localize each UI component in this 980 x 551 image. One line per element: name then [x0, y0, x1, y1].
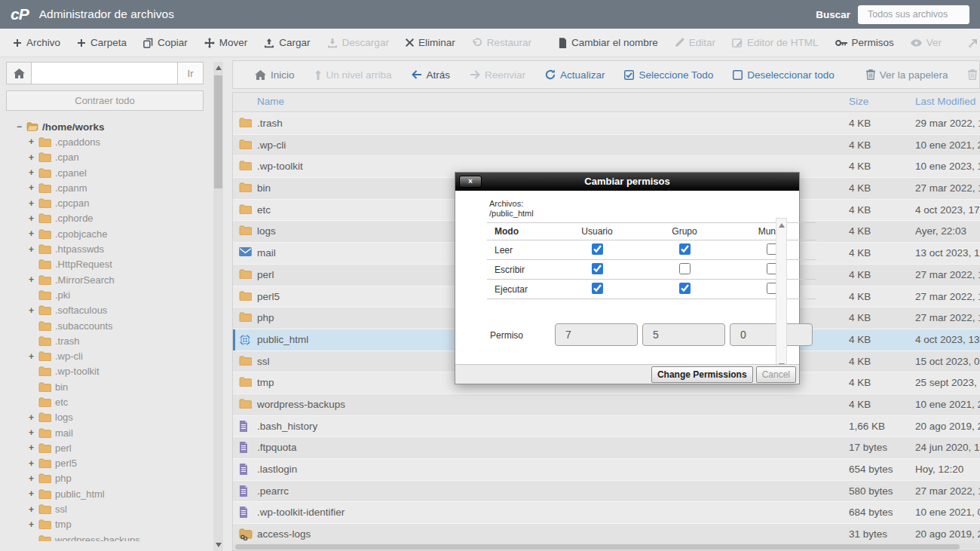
tree-expander[interactable]: −	[17, 121, 26, 132]
tree-expander[interactable]: +	[29, 152, 38, 163]
tree-expander[interactable]: +	[29, 274, 38, 285]
tree-item[interactable]: + .cpan	[6, 150, 226, 165]
tree-item[interactable]: + .cphorde	[6, 211, 226, 226]
horizontal-scrollbar-thumb[interactable]	[235, 544, 960, 549]
close-icon[interactable]: ×	[459, 176, 482, 188]
tree-expander[interactable]: +	[29, 412, 38, 423]
permission-digit-input[interactable]	[555, 323, 638, 346]
toolbar-button[interactable]: Ver	[902, 29, 950, 57]
toolbar-button[interactable]: Archivo	[5, 29, 69, 57]
tree-item[interactable]: + perl	[6, 440, 226, 455]
tree-item[interactable]: + .softaculous	[6, 303, 226, 318]
tree-expander[interactable]: +	[29, 351, 38, 362]
toolbar-button[interactable]: Eliminar	[397, 29, 464, 57]
tree-item[interactable]: .subaccounts	[6, 318, 226, 333]
tree-item[interactable]: + public_html	[6, 486, 226, 501]
column-header-last-modified[interactable]: Last Modified	[915, 96, 975, 107]
tree-item[interactable]: + mail	[6, 425, 226, 440]
tree-expander[interactable]: +	[29, 458, 38, 469]
dialog-scrollbar[interactable]	[776, 218, 787, 373]
tree-item[interactable]: + .cpaddons	[6, 134, 226, 149]
change-permissions-button[interactable]: Change Permissions	[651, 366, 753, 383]
permission-digit-input[interactable]	[730, 323, 813, 346]
nav-button[interactable]: Actualizar	[535, 61, 614, 88]
toolbar-button[interactable]: Editar	[666, 29, 724, 57]
group-permission-checkbox[interactable]	[679, 263, 691, 274]
tree-expander[interactable]: +	[29, 519, 38, 530]
tree-item[interactable]: + perl5	[6, 456, 226, 471]
table-row[interactable]: .lastlogin 654 bytes Hoy, 12:20	[233, 458, 980, 480]
toolbar-button[interactable]: Mover	[196, 29, 256, 57]
toolbar-button[interactable]: Extraer	[960, 29, 980, 57]
horizontal-scrollbar[interactable]	[233, 543, 980, 550]
table-row[interactable]: .bash_history 1,66 KB 20 ago 2019, 2	[233, 415, 980, 437]
tree-expander[interactable]: +	[29, 504, 38, 515]
user-permission-checkbox[interactable]	[592, 263, 603, 274]
table-row[interactable]: .trash 4 KB 29 mar 2022, 1	[233, 112, 980, 134]
toolbar-button[interactable]: Cambiar el nombre	[550, 29, 666, 57]
tree-item[interactable]: + php	[6, 471, 226, 486]
table-row[interactable]: wordpress-backups 4 KB 10 ene 2021, 2	[233, 393, 980, 415]
nav-button[interactable]: Un nivel arriba	[305, 61, 402, 88]
tree-expander[interactable]: +	[29, 228, 38, 239]
scroll-up-arrow[interactable]	[216, 66, 222, 70]
tree-expander[interactable]: +	[29, 182, 38, 193]
column-header-name[interactable]: Name	[257, 96, 284, 107]
table-row[interactable]: .ftpquota 17 bytes 24 jun 2020, 1	[233, 436, 980, 458]
tree-expander[interactable]: +	[29, 488, 38, 499]
nav-button[interactable]: Deseleccionar todo	[723, 61, 844, 88]
column-header-size[interactable]: Size	[849, 96, 868, 107]
tree-item[interactable]: + tmp	[6, 517, 226, 532]
scroll-up-arrow[interactable]	[779, 223, 785, 228]
tree-expander[interactable]: +	[29, 427, 38, 438]
tree-item[interactable]: + ssl	[6, 501, 226, 516]
home-button[interactable]	[6, 62, 32, 84]
permission-digit-input[interactable]	[642, 323, 725, 346]
tree-item[interactable]: + .cpobjcache	[6, 226, 226, 241]
tree-item[interactable]: bin	[6, 379, 226, 394]
tree-item[interactable]: .HttpRequest	[6, 257, 226, 272]
nav-button[interactable]: Reenviar	[460, 61, 535, 88]
tree-item[interactable]: .pki	[6, 287, 226, 302]
tree-item[interactable]: + .cpanel	[6, 165, 226, 180]
cancel-button[interactable]: Cancel	[756, 366, 796, 383]
tree-expander[interactable]: +	[29, 167, 38, 178]
toolbar-button[interactable]: Editor de HTML	[724, 29, 827, 57]
nav-button[interactable]: Ver la papelera	[856, 61, 958, 88]
table-row[interactable]: .wp-toolkit-identifier 684 bytes 10 ene …	[233, 501, 980, 523]
toolbar-button[interactable]: Carpeta	[69, 29, 135, 57]
scroll-down-arrow[interactable]	[216, 543, 222, 547]
collapse-all-button[interactable]: Contraer todo	[6, 90, 204, 111]
toolbar-button[interactable]: Copiar	[135, 29, 196, 57]
table-row[interactable]: .wp-cli 4 KB 10 ene 2021, 2	[233, 134, 980, 156]
nav-button[interactable]: Inicio	[245, 61, 305, 88]
search-scope-dropdown[interactable]: Todos sus archivos	[858, 5, 969, 24]
nav-button[interactable]: Vaciar papelera	[958, 61, 980, 88]
tree-item[interactable]: + logs	[6, 410, 226, 425]
tree-item[interactable]: .trash	[6, 333, 226, 348]
tree-item[interactable]: .wp-toolkit	[6, 364, 226, 379]
toolbar-button[interactable]: Descargar	[319, 29, 397, 57]
user-permission-checkbox[interactable]	[592, 243, 603, 255]
group-permission-checkbox[interactable]	[679, 283, 691, 294]
scrollbar-thumb[interactable]	[214, 75, 222, 188]
tree-expander[interactable]: +	[29, 473, 38, 484]
path-input[interactable]	[32, 62, 178, 84]
tree-item[interactable]: etc	[6, 394, 226, 409]
group-permission-checkbox[interactable]	[679, 243, 691, 255]
tree-item[interactable]: + .MirrorSearch	[6, 272, 226, 287]
toolbar-button[interactable]: Permisos	[827, 29, 902, 57]
tree-expander[interactable]: +	[29, 198, 38, 209]
tree-expander[interactable]: +	[29, 213, 38, 224]
tree-item[interactable]: wordpress-backups	[6, 532, 226, 541]
tree-item[interactable]: + .htpasswds	[6, 241, 226, 256]
nav-button[interactable]: Atrás	[402, 61, 461, 88]
tree-expander[interactable]: +	[29, 244, 38, 255]
user-permission-checkbox[interactable]	[592, 283, 603, 294]
go-button[interactable]: Ir	[178, 62, 204, 84]
tree-expander[interactable]: +	[29, 442, 38, 453]
sidebar-scrollbar[interactable]	[213, 62, 223, 551]
table-row[interactable]: access-logs 31 bytes 20 ago 2019, 2	[233, 523, 980, 545]
tree-expander[interactable]: +	[29, 305, 38, 316]
tree-item[interactable]: + .cpcpan	[6, 195, 226, 210]
